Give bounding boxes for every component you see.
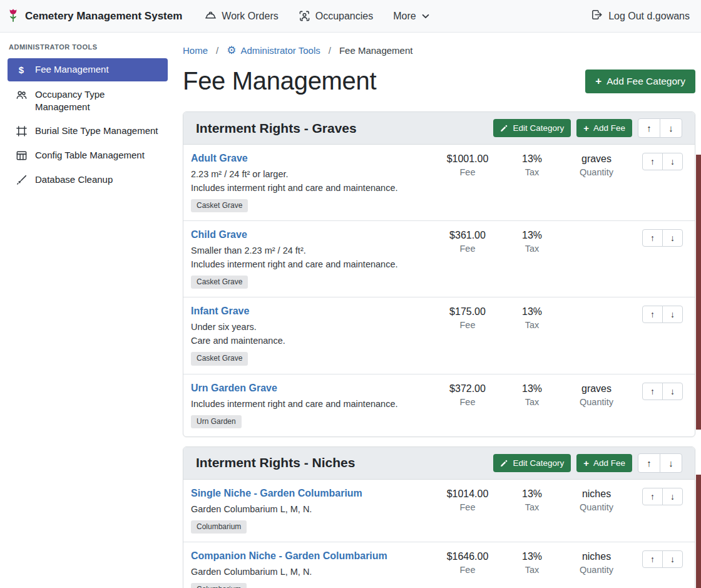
move-fee-up-button[interactable]: ↑ — [642, 550, 663, 568]
fee-name-link[interactable]: Single Niche - Garden Columbarium — [191, 488, 362, 499]
fee-name-link[interactable]: Infant Grave — [191, 306, 249, 317]
fee-amount-col: $1646.00 Fee — [431, 550, 504, 575]
nav-occupancies[interactable]: Occupancies — [299, 10, 374, 22]
fee-description: Garden Columbarium L, M, N. — [191, 502, 423, 516]
breadcrumb-admin-tools-link[interactable]: ⚙ Administrator Tools — [227, 45, 320, 56]
sidebar: ADMINISTRATOR TOOLS $ Fee Management Occ… — [0, 33, 175, 588]
fee-name-link[interactable]: Adult Grave — [191, 153, 248, 164]
sidebar-item-label: Occupancy Type Management — [35, 88, 160, 113]
move-fee-up-button[interactable]: ↑ — [642, 229, 663, 247]
fee-amount-col: $361.00 Fee — [431, 229, 504, 254]
page-header: Fee Management + Add Fee Category — [183, 67, 695, 95]
fee-tax-col: 13% Tax — [504, 153, 560, 177]
fee-amount-col: $175.00 Fee — [431, 306, 504, 330]
move-category-down-button[interactable]: ↓ — [660, 453, 682, 473]
add-fee-category-button[interactable]: + Add Fee Category — [585, 70, 695, 93]
fee-info: Adult Grave 2.23 m² / 24 ft² or larger.I… — [191, 153, 431, 212]
sidebar-item-fee-management[interactable]: $ Fee Management — [8, 58, 168, 81]
fee-category-card: Interment Rights - Niches Edit Category … — [183, 446, 695, 588]
fee-info: Child Grave Smaller than 2.23 m² / 24 ft… — [191, 229, 431, 289]
scrollbar-thumb[interactable] — [696, 155, 701, 430]
breadcrumb-separator: / — [216, 45, 218, 56]
people-icon — [15, 89, 28, 101]
scrollbar-thumb[interactable] — [696, 475, 701, 588]
move-fee-down-button[interactable]: ↓ — [662, 383, 683, 400]
fee-description: 2.23 m² / 24 ft² or larger.Includes inte… — [191, 167, 423, 195]
move-fee-up-button[interactable]: ↑ — [642, 153, 663, 170]
nav-more[interactable]: More — [393, 11, 429, 22]
move-category-down-button[interactable]: ↓ — [660, 118, 682, 138]
sidebar-item-config-table-management[interactable]: Config Table Management — [8, 144, 168, 167]
occupancy-frame-icon — [299, 10, 310, 22]
pencil-icon — [500, 459, 508, 467]
move-fee-down-button[interactable]: ↓ — [662, 550, 683, 568]
category-reorder-controls: ↑ ↓ — [638, 118, 682, 138]
edit-category-label: Edit Category — [513, 123, 564, 133]
fee-description-line: Under six years. — [191, 320, 423, 334]
breadcrumb: Home / ⚙ Administrator Tools / Fee Manag… — [183, 45, 695, 56]
fee-quantity: graves — [560, 383, 633, 395]
logout-link[interactable]: Log Out d.gowans — [591, 9, 690, 23]
move-fee-up-button[interactable]: ↑ — [642, 488, 663, 505]
fee-reorder-controls: ↑ ↓ — [642, 550, 687, 568]
sidebar-item-burial-site-type-management[interactable]: Burial Site Type Management — [8, 120, 168, 142]
fee-amount-label: Fee — [431, 167, 504, 177]
fee-tax: 13% — [504, 230, 560, 241]
fee-amount-label: Fee — [431, 320, 504, 330]
breadcrumb-home-link[interactable]: Home — [183, 45, 208, 56]
edit-category-button[interactable]: Edit Category — [493, 119, 571, 137]
plus-icon: + — [595, 76, 601, 86]
app-brand[interactable]: Cemetery Management System — [6, 8, 182, 24]
fee-amount-col: $372.00 Fee — [431, 383, 504, 407]
gear-icon: ⚙ — [227, 45, 236, 56]
sidebar-item-database-cleanup[interactable]: Database Cleanup — [8, 168, 168, 191]
fee-tax-label: Tax — [504, 244, 560, 254]
broom-icon — [15, 174, 28, 186]
nav-work-orders-label: Work Orders — [222, 11, 278, 22]
category-title: Interment Rights - Niches — [196, 455, 488, 470]
fee-name-link[interactable]: Companion Niche - Garden Columbarium — [191, 550, 387, 562]
move-fee-up-button[interactable]: ↑ — [642, 306, 663, 323]
fee-tax-label: Tax — [504, 502, 560, 512]
page-title: Fee Management — [183, 67, 376, 95]
fee-quantity-label: Quantity — [560, 565, 633, 575]
fee-name-link[interactable]: Child Grave — [191, 229, 247, 240]
move-fee-down-button[interactable]: ↓ — [662, 306, 683, 323]
fee-description: Smaller than 2.23 m² / 24 ft².Includes i… — [191, 244, 423, 271]
fee-description-line: 2.23 m² / 24 ft² or larger. — [191, 167, 423, 181]
fee-amount-label: Fee — [431, 397, 504, 407]
category-header: Interment Rights - Graves Edit Category … — [183, 112, 695, 145]
move-fee-down-button[interactable]: ↓ — [662, 229, 683, 247]
quantity-col: graves Quantity — [560, 153, 633, 177]
fee-name-link[interactable]: Urn Garden Grave — [191, 383, 277, 394]
edit-category-button[interactable]: Edit Category — [493, 454, 571, 472]
fee-type-badge: Casket Grave — [191, 199, 248, 212]
nav-work-orders[interactable]: Work Orders — [205, 10, 278, 22]
fee-quantity-label: Quantity — [560, 167, 633, 177]
add-fee-button[interactable]: + Add Fee — [576, 119, 632, 137]
move-category-up-button[interactable]: ↑ — [638, 453, 660, 473]
category-reorder-controls: ↑ ↓ — [638, 453, 682, 473]
fee-info: Urn Garden Grave Includes interment righ… — [191, 383, 431, 428]
fee-tax-col: 13% Tax — [504, 550, 560, 575]
breadcrumb-current: Fee Management — [339, 45, 413, 56]
sidebar-item-occupancy-type-management[interactable]: Occupancy Type Management — [8, 83, 168, 118]
fee-type-badge: Columbarium — [191, 520, 247, 534]
add-fee-button[interactable]: + Add Fee — [576, 454, 632, 472]
fee-amount-label: Fee — [431, 502, 504, 512]
pencil-icon — [500, 124, 508, 132]
category-title: Interment Rights - Graves — [196, 121, 488, 136]
fee-amount: $1001.00 — [431, 153, 504, 165]
fee-description: Includes interment right and care and ma… — [191, 397, 423, 411]
fee-type-badge: Casket Grave — [191, 276, 248, 289]
sidebar-item-label: Fee Management — [35, 63, 109, 76]
edit-category-label: Edit Category — [513, 458, 564, 468]
fee-type-badge: Casket Grave — [191, 352, 248, 365]
sidebar-item-label: Config Table Management — [35, 149, 145, 162]
move-fee-down-button[interactable]: ↓ — [662, 488, 683, 505]
fee-rows: Single Niche - Garden Columbarium Garden… — [183, 480, 695, 588]
fee-amount: $175.00 — [431, 306, 504, 317]
move-fee-up-button[interactable]: ↑ — [642, 383, 663, 400]
move-category-up-button[interactable]: ↑ — [638, 118, 660, 138]
move-fee-down-button[interactable]: ↓ — [662, 153, 683, 170]
